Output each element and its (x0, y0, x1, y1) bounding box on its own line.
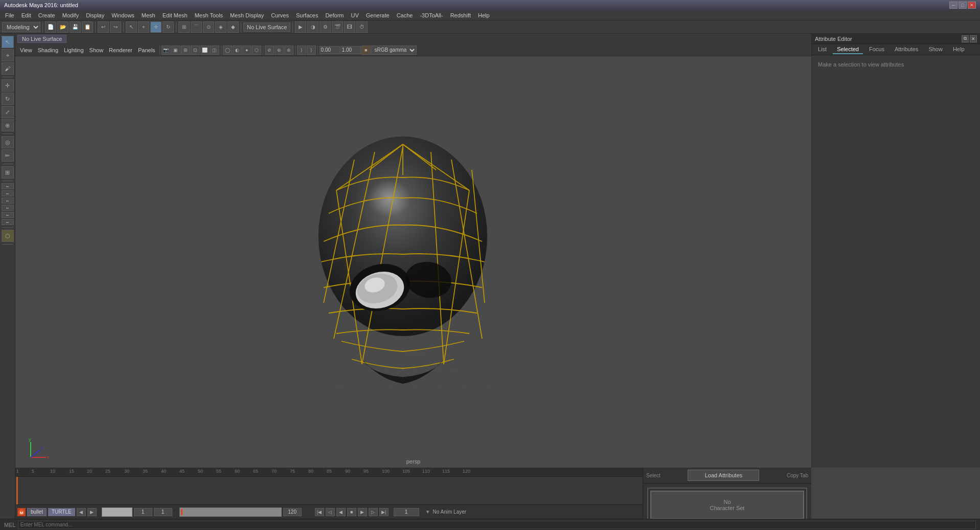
timeline-scrub[interactable] (179, 507, 282, 517)
vp-menu-panels[interactable]: Panels (135, 46, 158, 54)
menu-file[interactable]: File (2, 11, 17, 19)
menu-mesh[interactable]: Mesh (139, 11, 158, 19)
menu-edit-mesh[interactable]: Edit Mesh (159, 11, 191, 19)
vp-menu-renderer[interactable]: Renderer (106, 46, 135, 54)
ipr-btn[interactable]: ◑ (307, 21, 318, 33)
grid-panel-6[interactable]: ▪▪ (2, 219, 14, 225)
vp-colorspace-select[interactable]: sRGB gamma (371, 46, 417, 55)
timeline-track[interactable] (15, 477, 643, 504)
render-settings-btn[interactable]: ⚙ (320, 21, 331, 33)
anim-layer-dropdown[interactable]: ▼ (424, 509, 431, 515)
lasso-tool-btn[interactable]: ⌖ (138, 21, 149, 33)
menu-uv[interactable]: UV (348, 11, 361, 19)
render-btn[interactable]: ▶ (295, 21, 306, 33)
load-attributes-button[interactable]: Load Attributes (688, 470, 759, 481)
attr-tab-help[interactable]: Help (949, 45, 969, 54)
menu-windows[interactable]: Windows (108, 11, 138, 19)
mel-input[interactable] (18, 521, 976, 529)
lasso-select-tool[interactable]: ⌖ (2, 49, 14, 61)
menu-edit[interactable]: Edit (18, 11, 34, 19)
vp-iso1[interactable]: ⟩ (297, 46, 306, 55)
play-fwd-btn[interactable]: ▶ (358, 508, 367, 516)
vp-xray-btn[interactable]: ⊘ (265, 46, 274, 55)
menu-help[interactable]: Help (475, 11, 493, 19)
save-as-btn[interactable]: 📋 (82, 21, 93, 33)
vp-joint-btn[interactable]: ⊛ (284, 46, 293, 55)
attr-editor-float-btn[interactable]: ⧉ (962, 35, 969, 42)
vp-menu-show[interactable]: Show (87, 46, 106, 54)
skip-to-end-btn[interactable]: ▶| (379, 508, 389, 516)
menu-generate[interactable]: Generate (363, 11, 393, 19)
move-tool-btn[interactable]: ✛ (150, 21, 162, 33)
sculpt-tool[interactable]: ✏ (2, 149, 14, 162)
vp-value1-input[interactable] (320, 46, 340, 54)
undo-btn[interactable]: ↩ (98, 21, 109, 33)
redo-btn[interactable]: ↪ (110, 21, 121, 33)
tab-next-btn[interactable]: ▶ (87, 508, 97, 516)
scale-tool[interactable]: ⤢ (2, 106, 14, 118)
vp-camera-btn[interactable]: 📷 (162, 46, 171, 55)
save-scene-btn[interactable]: 💾 (70, 21, 81, 33)
mode-dropdown[interactable]: Modeling (2, 22, 40, 32)
vp-toggle4[interactable]: ◫ (210, 46, 219, 55)
frame-input-2[interactable] (154, 508, 172, 516)
tab-prev-btn[interactable]: ◀ (77, 508, 86, 516)
vp-shade2[interactable]: ◐ (233, 46, 242, 55)
menu-display[interactable]: Display (83, 11, 107, 19)
vp-menu-view[interactable]: View (17, 46, 35, 54)
soft-modify-tool[interactable]: ◎ (2, 136, 14, 148)
snap-view-btn[interactable]: ◈ (215, 21, 226, 33)
snap-grid-btn[interactable]: ⊞ (178, 21, 190, 33)
play-back-btn[interactable]: ◀ (336, 508, 346, 516)
minimize-button[interactable]: ─ (949, 2, 958, 9)
menu-mesh-display[interactable]: Mesh Display (227, 11, 267, 19)
vp-select-btn[interactable]: ▣ (171, 46, 180, 55)
snap-point-btn[interactable]: ⊙ (203, 21, 214, 33)
render-options-btn[interactable]: ⏱ (356, 21, 368, 33)
maximize-button[interactable]: □ (959, 2, 967, 9)
select-tool[interactable]: ↖ (2, 36, 14, 48)
vp-shade3[interactable]: ● (242, 46, 252, 55)
menu-3dto-all[interactable]: -3DToAll- (417, 11, 446, 19)
attr-tab-focus[interactable]: Focus (865, 45, 888, 54)
end-frame-input[interactable] (283, 508, 302, 516)
attr-tab-show[interactable]: Show (924, 45, 947, 54)
current-frame-display[interactable] (394, 508, 419, 516)
turtle-label[interactable]: TURTLE (48, 508, 75, 516)
move-tool[interactable]: ✛ (2, 79, 14, 92)
open-scene-btn[interactable]: 📂 (57, 21, 69, 33)
grid-panel-1[interactable]: ▪▪ (2, 183, 14, 189)
vp-toggle2[interactable]: ⊡ (191, 46, 200, 55)
step-back-btn[interactable]: ◁ (326, 508, 335, 516)
vp-toggle1[interactable]: ⊞ (181, 46, 190, 55)
menu-create[interactable]: Create (35, 11, 58, 19)
vp-value2-input[interactable] (340, 46, 361, 54)
paint-select-tool[interactable]: 🖌 (2, 62, 14, 75)
menu-surfaces[interactable]: Surfaces (293, 11, 321, 19)
vp-menu-shading[interactable]: Shading (35, 46, 61, 54)
menu-mesh-tools[interactable]: Mesh Tools (192, 11, 226, 19)
step-fwd-btn[interactable]: ▷ (369, 508, 378, 516)
select-tool-btn[interactable]: ↖ (126, 21, 137, 33)
menu-modify[interactable]: Modify (59, 11, 82, 19)
menu-cache[interactable]: Cache (394, 11, 416, 19)
close-button[interactable]: ✕ (968, 2, 976, 9)
frame-input-1[interactable] (134, 508, 152, 516)
render-seq-btn[interactable]: 🎞 (344, 21, 355, 33)
new-scene-btn[interactable]: 📄 (45, 21, 56, 33)
attr-editor-close-btn[interactable]: ✕ (970, 35, 977, 42)
render-view-btn[interactable]: 🎬 (332, 21, 343, 33)
menu-curves[interactable]: Curves (268, 11, 292, 19)
menu-redshift[interactable]: Redshift (447, 11, 474, 19)
stop-btn[interactable]: ■ (347, 508, 356, 516)
vp-wire-btn[interactable]: ⬡ (252, 46, 261, 55)
vp-toggle3[interactable]: ⬜ (200, 46, 210, 55)
grid-panel-2[interactable]: ▪▪ (2, 190, 14, 196)
attr-tab-attributes[interactable]: Attributes (891, 45, 922, 54)
vp-iso2[interactable]: ⟩ (307, 46, 316, 55)
icon-tool-a[interactable]: ⬡ (2, 230, 14, 242)
vp-grid-btn[interactable]: ⊕ (275, 46, 284, 55)
viewport-canvas[interactable]: x y z persp (15, 56, 811, 468)
snap-surface-btn[interactable]: ◆ (227, 21, 239, 33)
grid-panel-3[interactable]: ▪▪ (2, 197, 14, 204)
